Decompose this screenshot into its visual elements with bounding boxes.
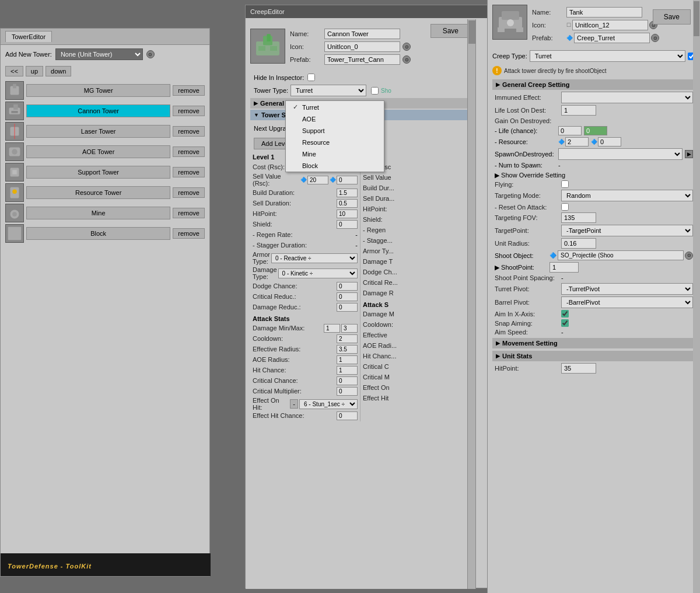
aoe-tower-button[interactable]: AOE Tower xyxy=(26,145,170,158)
shoot-object-circle[interactable]: ⊙ xyxy=(685,252,693,260)
dropdown-resource[interactable]: Resource xyxy=(286,137,384,148)
resource-tower-remove-button[interactable]: remove xyxy=(173,187,205,198)
effect-minus-btn[interactable]: - xyxy=(290,399,298,409)
svg-rect-18 xyxy=(258,46,265,51)
aoe-radius-input[interactable] xyxy=(337,355,358,364)
effective-radius-input[interactable] xyxy=(337,345,358,354)
creep-prefab-input[interactable] xyxy=(574,33,650,43)
creep-type-select[interactable]: Turret xyxy=(530,50,685,62)
right-save-button[interactable]: Save xyxy=(653,9,691,25)
aoe-tower-remove-button[interactable]: remove xyxy=(173,146,205,157)
block-remove-button[interactable]: remove xyxy=(173,228,205,239)
name-input[interactable] xyxy=(324,29,400,39)
resource-input1[interactable] xyxy=(565,137,589,146)
dropdown-turret[interactable]: ✓ Turret xyxy=(286,101,384,113)
support-tower-remove-button[interactable]: remove xyxy=(173,167,205,177)
sell-duration-input[interactable] xyxy=(337,199,358,208)
critical-multiplier-input[interactable] xyxy=(337,387,358,396)
icon-input[interactable] xyxy=(324,41,400,52)
armor-type-label: Armor Type: xyxy=(253,251,270,265)
sell-val-input2[interactable] xyxy=(337,176,358,184)
life-chance-input2[interactable] xyxy=(584,126,607,135)
general-creep-section[interactable]: ▶ General Creep Setting xyxy=(492,79,695,90)
snap-aiming-checkbox[interactable] xyxy=(561,319,569,327)
save-button-top[interactable]: Save xyxy=(430,24,471,38)
right-panel-scrollbar[interactable] xyxy=(693,0,700,593)
new-tower-circle-btn[interactable]: ⊙ xyxy=(146,50,155,58)
unit-radius-input[interactable] xyxy=(561,238,596,249)
block-button[interactable]: Block xyxy=(26,227,170,240)
brand-text: TowerDefense - ToolKit xyxy=(8,563,92,570)
unit-hitpoint-input[interactable] xyxy=(561,363,596,374)
shoot-object-input[interactable] xyxy=(558,250,684,260)
dodge-chance-input[interactable] xyxy=(337,282,358,291)
hitpoint-input[interactable] xyxy=(337,210,358,218)
flying-checkbox[interactable] xyxy=(561,180,569,188)
dropdown-support[interactable]: Support xyxy=(286,125,384,137)
targeting-mode-select[interactable]: Random xyxy=(561,190,693,201)
icon-circle-btn[interactable]: ⊙ xyxy=(402,43,411,51)
spawn-select[interactable] xyxy=(558,148,682,160)
laser-tower-remove-button[interactable]: remove xyxy=(173,126,205,137)
sell-val-input1[interactable] xyxy=(307,176,328,184)
aim-x-axis-checkbox[interactable] xyxy=(561,310,569,318)
damage-reduc-input[interactable] xyxy=(337,303,358,312)
mine-button[interactable]: Mine xyxy=(26,207,170,219)
effect-hit-chance-input[interactable] xyxy=(337,411,358,420)
tower-type-select[interactable]: Turret xyxy=(290,85,366,96)
creep-icon-input[interactable] xyxy=(572,20,648,30)
damage-minmax-row: Damage Min/Max: xyxy=(253,323,358,333)
prefab-input[interactable] xyxy=(324,54,400,65)
damage-min-input[interactable] xyxy=(324,324,340,333)
reset-on-attack-checkbox[interactable] xyxy=(561,203,569,211)
spawn-extend-btn[interactable]: ▶ xyxy=(685,150,693,158)
unit-stats-section[interactable]: ▶ Unit Stats xyxy=(492,351,695,361)
immuned-effect-select[interactable] xyxy=(561,92,693,103)
target-point-select[interactable]: -TargetPoint xyxy=(561,225,693,236)
cooldown-input[interactable] xyxy=(337,334,358,343)
turret-pivot-select[interactable]: -TurretPivot xyxy=(561,283,693,295)
hide-inspector-checkbox[interactable] xyxy=(307,74,315,81)
resource-input2[interactable] xyxy=(598,137,621,146)
support-tower-button[interactable]: Support Tower xyxy=(26,166,170,179)
nav-back-button[interactable]: << xyxy=(5,66,23,76)
damage-type-select[interactable]: 0 - Kinetic ÷ xyxy=(278,268,358,278)
build-duration-input[interactable] xyxy=(337,189,358,197)
nav-down-button[interactable]: down xyxy=(46,66,71,76)
new-tower-dropdown[interactable]: None (Unit Tower) xyxy=(55,48,143,60)
life-chance-input1[interactable] xyxy=(558,126,582,135)
critical-chance-input[interactable] xyxy=(337,376,358,385)
nav-up-button[interactable]: up xyxy=(26,66,43,76)
dropdown-block[interactable]: Block xyxy=(286,160,384,172)
barrel-pivot-select[interactable]: -BarrelPivot xyxy=(561,296,693,308)
mg-tower-remove-button[interactable]: remove xyxy=(173,85,205,96)
support-option: Support xyxy=(302,127,325,134)
creep-prefab-circle[interactable]: ⊙ xyxy=(651,34,659,42)
movement-setting-section[interactable]: ▶ Movement Setting xyxy=(492,338,695,348)
hit-chance-input[interactable] xyxy=(337,366,358,375)
damage-max-input[interactable] xyxy=(341,324,358,333)
creep-name-input[interactable] xyxy=(566,7,642,18)
laser-tower-button[interactable]: Laser Tower xyxy=(26,125,170,138)
cannon-tower-remove-button[interactable]: remove xyxy=(173,106,205,116)
mg-tower-button[interactable]: MG Tower xyxy=(26,84,170,97)
life-lost-input[interactable] xyxy=(561,105,596,116)
armor-type-select[interactable]: 0 - Reactive ÷ xyxy=(271,253,358,263)
dropdown-mine[interactable]: Mine xyxy=(286,148,384,160)
shield-input[interactable] xyxy=(337,220,358,229)
effect-on-hit-select[interactable]: 6 - Stun_1sec ÷ xyxy=(299,399,358,409)
resource-tower-button[interactable]: Resource Tower xyxy=(26,186,170,199)
mine-remove-button[interactable]: remove xyxy=(173,208,205,218)
dropdown-aoe[interactable]: AOE xyxy=(286,113,384,125)
tower-type-checkbox[interactable] xyxy=(371,87,379,95)
shoot-point-input[interactable] xyxy=(550,262,579,273)
targeting-fov-input[interactable] xyxy=(561,212,596,223)
tower-panel-scrollbar[interactable] xyxy=(467,19,475,589)
tower-editor-tab[interactable]: TowerEditor xyxy=(5,31,52,42)
svg-rect-4 xyxy=(11,111,18,113)
prefab-circle-btn[interactable]: ⊙ xyxy=(402,55,411,64)
critical-reduc-input[interactable] xyxy=(337,292,358,301)
shoot-point-label[interactable]: ▶ ShootPoint: xyxy=(495,264,547,271)
show-override-setting[interactable]: ▶ Show Override Setting xyxy=(492,170,695,180)
cannon-tower-button[interactable]: Cannon Tower xyxy=(26,104,170,117)
